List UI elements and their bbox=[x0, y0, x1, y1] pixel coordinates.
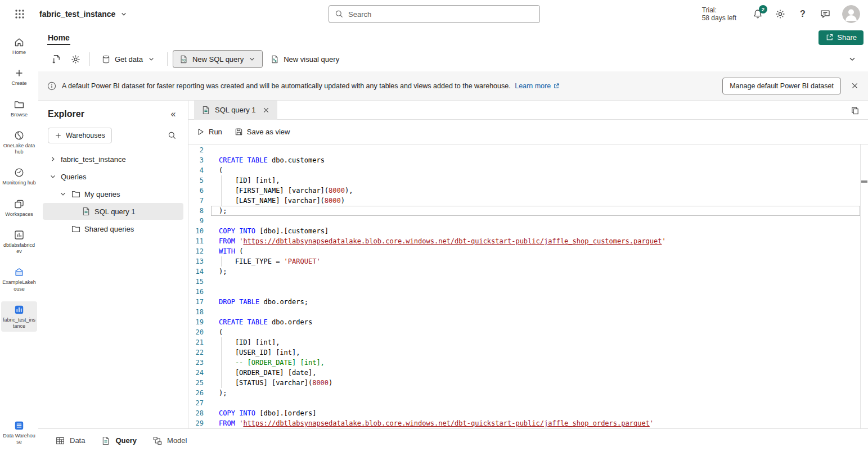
line-number: 28 bbox=[188, 409, 211, 417]
sql-editor[interactable]: 23CREATE TABLE dbo.customers4(5 [ID] [in… bbox=[188, 144, 868, 428]
code-line-17[interactable]: 17DROP TABLE dbo.orders; bbox=[188, 297, 860, 307]
indent-guide-line bbox=[221, 358, 222, 368]
line-number: 14 bbox=[188, 268, 211, 275]
code-line-4[interactable]: 4( bbox=[188, 165, 860, 175]
scrollbar-thumb[interactable] bbox=[861, 180, 867, 183]
statusbar-item-data[interactable]: Data bbox=[55, 436, 85, 446]
line-number: 2 bbox=[188, 146, 211, 154]
rail-item-dbtlabsfabricdev[interactable]: dbtlabsfabricdev bbox=[1, 227, 37, 257]
settings-button[interactable] bbox=[771, 5, 789, 23]
tab-close-button[interactable] bbox=[260, 105, 272, 116]
help-button[interactable]: ? bbox=[794, 5, 812, 23]
tree-item-label: Shared queries bbox=[84, 225, 134, 233]
code-line-content: COPY INTO [dbo].[orders] bbox=[211, 408, 860, 418]
external-link-icon bbox=[553, 83, 560, 89]
code-line-23[interactable]: 23 -- [ORDER_DATE] [int], bbox=[188, 358, 860, 368]
duplicate-tab-button[interactable] bbox=[848, 103, 862, 118]
collapse-pane-icon[interactable]: « bbox=[167, 107, 180, 121]
add-warehouses-button[interactable]: Warehouses bbox=[48, 128, 112, 143]
code-line-16[interactable]: 16 bbox=[188, 287, 860, 297]
code-line-3[interactable]: 3CREATE TABLE dbo.customers bbox=[188, 155, 860, 165]
code-line-27[interactable]: 27 bbox=[188, 398, 860, 408]
code-line-28[interactable]: 28COPY INTO [dbo].[orders] bbox=[188, 408, 860, 418]
code-line-19[interactable]: 19CREATE TABLE dbo.orders bbox=[188, 317, 860, 327]
code-line-2[interactable]: 2 bbox=[188, 145, 860, 155]
code-line-10[interactable]: 10COPY INTO [dbo].[customers] bbox=[188, 226, 860, 236]
line-number: 10 bbox=[188, 227, 211, 235]
feedback-button[interactable] bbox=[816, 5, 834, 23]
indent-guide-line bbox=[221, 337, 222, 347]
tab-home[interactable]: Home bbox=[47, 30, 70, 45]
code-line-8[interactable]: 8); bbox=[188, 206, 860, 216]
code-line-21[interactable]: 21 [ID] [int], bbox=[188, 337, 860, 347]
code-line-content bbox=[211, 216, 860, 226]
code-line-9[interactable]: 9 bbox=[188, 216, 860, 226]
code-line-18[interactable]: 18 bbox=[188, 307, 860, 317]
editor-scrollbar[interactable] bbox=[860, 144, 868, 428]
line-number: 8 bbox=[188, 207, 211, 215]
rail-item-examplelakehouse[interactable]: ExampleLakehouse bbox=[1, 264, 37, 295]
user-avatar[interactable] bbox=[842, 5, 860, 23]
statusbar-item-model[interactable]: Model bbox=[152, 436, 187, 446]
code-line-24[interactable]: 24 [ORDER_DATE] [date], bbox=[188, 368, 860, 378]
code-line-6[interactable]: 6 [FIRST_NAME] [varchar](8000), bbox=[188, 186, 860, 196]
share-button[interactable]: Share bbox=[818, 30, 863, 45]
rail-item-fabric-test-instance[interactable]: fabric_test_instance bbox=[1, 301, 37, 332]
learn-more-label: Learn more bbox=[515, 82, 551, 90]
rail-item-home[interactable]: Home bbox=[1, 34, 37, 58]
app-launcher-icon[interactable] bbox=[10, 4, 29, 24]
tree-item-queries[interactable]: Queries bbox=[43, 168, 183, 185]
code-line-5[interactable]: 5 [ID] [int], bbox=[188, 175, 860, 186]
explorer-search-icon[interactable] bbox=[164, 128, 180, 143]
search-input[interactable] bbox=[348, 10, 534, 19]
indent-guide-line bbox=[221, 256, 222, 266]
code-line-20[interactable]: 20( bbox=[188, 327, 860, 337]
rail-item-workspaces[interactable]: Workspaces bbox=[1, 196, 37, 220]
code-line-7[interactable]: 7 [LAST_NAME] [varchar](8000) bbox=[188, 196, 860, 206]
code-line-content: FROM 'https://dbtlabsynapsedatalake.blob… bbox=[211, 236, 860, 246]
code-line-15[interactable]: 15 bbox=[188, 277, 860, 287]
tree-item-my-queries[interactable]: My queries bbox=[43, 186, 183, 202]
code-line-22[interactable]: 22 [USER_ID] [int], bbox=[188, 347, 860, 358]
collapse-ribbon-button[interactable] bbox=[844, 51, 860, 67]
tab-sql-query-1[interactable]: SQL query 1 bbox=[194, 101, 277, 120]
plus-icon bbox=[14, 67, 25, 79]
new-sql-query-button[interactable]: SQL New SQL query bbox=[173, 50, 263, 68]
code-line-26[interactable]: 26); bbox=[188, 388, 860, 398]
code-line-13[interactable]: 13 FILE_TYPE = 'PARQUET' bbox=[188, 256, 860, 266]
rail-item-onelake-data-hub[interactable]: OneLake data hub bbox=[1, 127, 37, 158]
code-line-12[interactable]: 12WITH ( bbox=[188, 246, 860, 256]
rail-item-browse[interactable]: Browse bbox=[1, 96, 37, 120]
code-line-content: [STATUS] [varchar](8000) bbox=[211, 378, 860, 388]
new-item-button[interactable] bbox=[47, 50, 65, 68]
settings-toolbar-button[interactable] bbox=[66, 50, 84, 68]
learn-more-link[interactable]: Learn more bbox=[515, 82, 560, 90]
info-icon bbox=[47, 82, 56, 91]
notifications-button[interactable]: 2 bbox=[749, 5, 767, 23]
code-line-29[interactable]: 29FROM 'https://dbtlabsynapsedatalake.bl… bbox=[188, 418, 860, 428]
code-line-content bbox=[211, 398, 860, 408]
tree-item-fabric-test-instance[interactable]: fabric_test_instance bbox=[43, 151, 183, 168]
rail-item-create[interactable]: Create bbox=[1, 65, 37, 89]
line-number: 20 bbox=[188, 328, 211, 336]
rail-item-monitoring-hub[interactable]: Monitoring hub bbox=[1, 164, 37, 188]
banner-close-button[interactable] bbox=[847, 78, 862, 94]
code-line-11[interactable]: 11FROM 'https://dbtlabsynapsedatalake.bl… bbox=[188, 236, 860, 246]
statusbar-item-query[interactable]: Query bbox=[101, 436, 137, 446]
run-button[interactable]: Run bbox=[196, 128, 222, 136]
tree-item-shared-queries[interactable]: Shared queries bbox=[43, 220, 183, 237]
rail-items: HomeCreateBrowseOneLake data hubMonitori… bbox=[1, 34, 37, 332]
workspace-switcher[interactable]: fabric_test_instance bbox=[39, 10, 128, 19]
ribbon-toolbar: Get data SQL New SQL query New visual qu… bbox=[38, 47, 868, 71]
save-as-view-button[interactable]: Save as view bbox=[235, 128, 290, 136]
share-label: Share bbox=[837, 33, 857, 42]
code-line-25[interactable]: 25 [STATUS] [varchar](8000) bbox=[188, 378, 860, 388]
rail-item-data-warehouse[interactable]: Data Warehouse bbox=[1, 417, 37, 448]
code-line-14[interactable]: 14); bbox=[188, 266, 860, 277]
manage-default-dataset-button[interactable]: Manage default Power BI dataset bbox=[722, 78, 841, 94]
get-data-button[interactable]: Get data bbox=[95, 50, 162, 68]
workspace-icon bbox=[14, 229, 25, 241]
app-root: fabric_test_instance Trial: 58 days left… bbox=[0, 0, 868, 452]
new-visual-query-button[interactable]: New visual query bbox=[264, 50, 345, 68]
tree-item-sql-query-1[interactable]: SQL query 1 bbox=[43, 203, 183, 220]
